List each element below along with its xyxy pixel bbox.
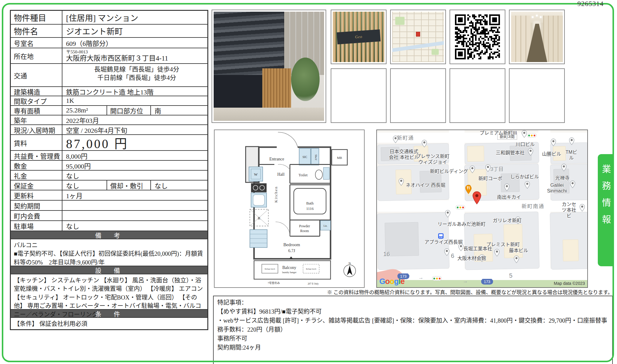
row-label: 築年 bbox=[11, 115, 62, 124]
fp-bedroom-size: 6.7J bbox=[288, 249, 295, 253]
row-subvalue: なし bbox=[151, 181, 207, 190]
map-block bbox=[550, 212, 588, 270]
fp-hall-label: Hall bbox=[277, 172, 284, 177]
map-poi-label: TMビル bbox=[564, 149, 579, 161]
notes-line-4: 契約期間:24ヶ月 bbox=[217, 343, 609, 352]
notes-line-3: 事務所不可 bbox=[217, 334, 609, 343]
fp-kitchen-label: Kitchen bbox=[274, 186, 278, 203]
map-poi-pin bbox=[422, 140, 427, 149]
row-value: なし bbox=[62, 221, 207, 231]
table-row: 所在地 〒550-0013 大阪府大阪市西区新町３丁目4-11 bbox=[11, 48, 207, 64]
table-row: 礼金 なし bbox=[11, 171, 207, 181]
row-value bbox=[62, 211, 207, 220]
map-poi-pin bbox=[551, 139, 556, 148]
fp-mb-label: MB bbox=[337, 156, 342, 160]
remarks-header: 備 考 bbox=[11, 231, 207, 239]
one-way-arrow-icon: → bbox=[463, 278, 468, 284]
table-row: 物件種目 [住居用] マンション bbox=[11, 11, 207, 25]
fp-washer-label: W bbox=[254, 172, 258, 177]
fp-sic-label: SIC bbox=[302, 155, 307, 159]
row-value: [住居用] マンション bbox=[62, 11, 207, 24]
fp-laundry-hanger-label: laundry hanger bbox=[282, 271, 296, 274]
floor-plan: MB SIC Shelf Entrance Toilet W Hall bbox=[214, 130, 365, 288]
map-poi-label: 大阪木材会館 bbox=[457, 255, 486, 261]
row-label: 建築構造 bbox=[11, 87, 62, 96]
row-label: 間取タイプ bbox=[11, 96, 62, 105]
fp-shelf-label: Shelf bbox=[315, 154, 318, 160]
photo-exterior bbox=[212, 10, 326, 123]
conditions-text: 【条件】 保証会社利用必須 bbox=[11, 318, 207, 329]
row-label: 専有面積 bbox=[11, 106, 62, 115]
map-poi-label: 光禅寺 bbox=[555, 175, 570, 181]
table-row: 更新料 1ヶ月 bbox=[11, 190, 207, 201]
fp-bath-size: 1116 bbox=[306, 206, 314, 211]
row-label: 町内会費 bbox=[11, 211, 62, 220]
equipment-text: 【キッチン】 システムキッチン 【水廻り】 風呂・洗面台（独立）・浴室乾燥機・バ… bbox=[11, 274, 207, 310]
row-label: 駐車場 bbox=[11, 221, 62, 231]
map-poi-label: ネオハイツ 西長堀 bbox=[406, 182, 445, 188]
row-value: なし bbox=[62, 171, 207, 180]
map-poi-label: プレミアム新町III bbox=[480, 130, 517, 136]
photo-area-map-thumb bbox=[390, 10, 446, 64]
destination-pin-icon bbox=[472, 191, 481, 206]
row-value: 2022年03月 bbox=[62, 115, 207, 124]
map-poi-label: 新町コーポ bbox=[478, 176, 502, 181]
fp-bath-label: Bath bbox=[306, 201, 314, 205]
map-area-label: 5 bbox=[509, 272, 512, 279]
table-row: 築年 2022年03月 bbox=[11, 115, 207, 125]
fp-compass-n: N bbox=[348, 261, 351, 265]
row-sublabel: 開口部方位 bbox=[107, 106, 151, 115]
postal-code: 〒550-0013 bbox=[66, 49, 168, 55]
remarks-line-2: ■電子契約不可、【保証人代行】初回保証委託料(最低20,000円)：月額賃料等の… bbox=[14, 249, 204, 267]
row-value: 95,000円 bbox=[62, 161, 207, 170]
map-poi-pin bbox=[528, 148, 533, 157]
map-poi-label: 南出キカイ bbox=[497, 194, 521, 200]
google-logo-letter: o bbox=[385, 277, 390, 286]
row-label: 礼金 bbox=[11, 171, 62, 180]
business-info-tab-label: 業務情報 bbox=[599, 154, 612, 266]
map-poi-pin bbox=[514, 255, 519, 264]
fp-bedroom-label: Bedroom bbox=[283, 242, 300, 247]
traffic-light-icon bbox=[432, 276, 442, 281]
fp-fridge-label: R bbox=[258, 216, 260, 220]
table-row: 物件名 ジオエント新町 bbox=[11, 25, 207, 38]
row-label: 交通 bbox=[11, 64, 62, 86]
table-row: 建築構造 鉄筋コンクリート造 地上13階 bbox=[11, 87, 207, 96]
sign-photo-image: Geo bbox=[333, 12, 384, 62]
street-label: 新町南通 bbox=[522, 202, 544, 210]
route-shield: 173 bbox=[481, 279, 493, 285]
row-value: なし bbox=[62, 181, 107, 190]
row-value: 長堀鶴見線「西長堀」徒歩4分 千日前線「西長堀」徒歩4分 bbox=[62, 64, 207, 86]
table-row: 号室名 609（6階部分） bbox=[11, 38, 207, 48]
row-value: 1ヶ月 bbox=[62, 190, 207, 200]
rent-value: 87,000 円 bbox=[62, 135, 207, 150]
map-poi-pin bbox=[470, 166, 475, 175]
row-label: 賃料 bbox=[11, 135, 62, 150]
row-value: 1K bbox=[62, 96, 207, 105]
map-poi-pin bbox=[444, 248, 450, 257]
map-poi-label: 山勝ビル bbox=[542, 151, 561, 157]
qr-code bbox=[452, 12, 503, 62]
business-info-tab[interactable]: 業務情報 bbox=[598, 154, 613, 266]
one-way-arrow-icon: → bbox=[418, 275, 423, 281]
photo-placeholder-2 bbox=[390, 68, 446, 123]
row-value: ジオエント新町 bbox=[62, 25, 207, 37]
photo-placeholder-4 bbox=[509, 68, 565, 123]
remarks-text: バルコニ ■電子契約不可、【保証人代行】初回保証委託料(最低20,000円)：月… bbox=[11, 239, 207, 266]
location-map: 新町通 新町南通 新町3南 Google Map data ©2023 日本交通… bbox=[376, 130, 588, 288]
special-notes-box: 特記事項： 【めやす賃料】96813円/■電子契約不可 ・webサービス広告掲載… bbox=[213, 296, 613, 364]
map-poi-pin bbox=[399, 178, 404, 187]
row-sublabel: 償却・敷引 bbox=[107, 181, 151, 190]
row-label: 共益費・管理費 bbox=[11, 151, 62, 160]
fp-powder-label-1: Powder bbox=[299, 224, 310, 228]
equipment-header: 設 備 bbox=[11, 266, 207, 274]
fp-toilet-label: Toilet bbox=[299, 173, 308, 177]
map-poi-pin bbox=[445, 210, 450, 219]
route-shield: 173 bbox=[397, 273, 409, 279]
map-poi-label: 新町ビルディング bbox=[430, 169, 468, 174]
map-area-label: 6 bbox=[451, 252, 454, 259]
notes-line-1: 【めやす賃料】96813円/■電子契約不可 bbox=[217, 307, 609, 316]
traffic-light-icon bbox=[456, 205, 465, 210]
photo-placeholder-3 bbox=[450, 68, 505, 123]
google-logo-letter: o bbox=[390, 277, 394, 286]
